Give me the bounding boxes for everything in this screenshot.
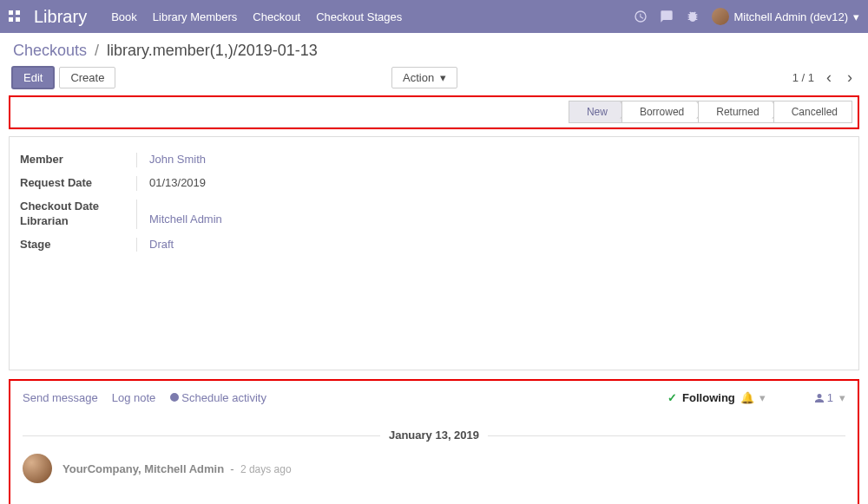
date-separator: January 13, 2019 (23, 429, 845, 442)
pager-label: 1 / 1 (792, 71, 814, 84)
create-button[interactable]: Create (59, 67, 115, 88)
apps-icon[interactable] (9, 10, 21, 23)
toolbar: Edit Create Action ▾ 1 / 1 ‹ › (9, 65, 859, 95)
user-avatar[interactable] (712, 8, 729, 25)
pager: 1 / 1 ‹ › (792, 69, 856, 87)
chatter: Send message Log note Schedule activity … (9, 379, 859, 504)
chat-icon[interactable] (660, 10, 674, 23)
message-author: YourCompany, Mitchell Admin (62, 462, 224, 475)
stage-cancelled[interactable]: Cancelled (773, 101, 852, 123)
schedule-activity[interactable]: Schedule activity (169, 391, 266, 404)
stage-returned[interactable]: Returned (698, 101, 773, 123)
label-codate: Checkout DateLibrarian (20, 200, 137, 229)
value-librarian[interactable]: Mitchell Admin (149, 213, 222, 226)
value-reqdate: 01/13/2019 (149, 176, 206, 189)
menu-stages[interactable]: Checkout Stages (316, 10, 402, 23)
action-dropdown[interactable]: Action ▾ (391, 67, 457, 88)
edit-button[interactable]: Edit (12, 67, 54, 88)
following-indicator[interactable]: ✓ Following 🔔 ▾ (667, 391, 766, 404)
label-stage: Stage (20, 238, 137, 252)
menu-book[interactable]: Book (111, 10, 137, 23)
form-body: Member John Smith Request Date 01/13/201… (9, 136, 859, 370)
send-message[interactable]: Send message (23, 391, 98, 404)
stage-new[interactable]: New (569, 101, 622, 123)
pager-next-icon[interactable]: › (844, 69, 856, 87)
clock-icon[interactable] (634, 10, 648, 23)
stage-borrowed[interactable]: Borrowed (621, 101, 699, 123)
message: YourCompany, Mitchell Admin - 2 days ago (23, 454, 845, 483)
followers[interactable]: 1 ▾ (814, 391, 845, 404)
following-caret-icon[interactable]: ▾ (760, 391, 766, 404)
breadcrumb: Checkouts / library.member(1,)/2019-01-1… (9, 33, 859, 65)
value-member[interactable]: John Smith (149, 153, 206, 166)
breadcrumb-current: library.member(1,)/2019-01-13 (107, 42, 318, 59)
label-member: Member (20, 153, 137, 167)
breadcrumb-root[interactable]: Checkouts (13, 42, 87, 59)
bug-icon[interactable] (686, 10, 700, 23)
log-note[interactable]: Log note (112, 391, 156, 404)
check-icon: ✓ (667, 391, 677, 404)
message-avatar (23, 454, 52, 483)
pager-prev-icon[interactable]: ‹ (823, 69, 835, 87)
label-reqdate: Request Date (20, 176, 137, 191)
user-name[interactable]: Mitchell Admin (dev12) (734, 10, 849, 23)
topbar: Library Book Library Members Checkout Ch… (0, 0, 868, 33)
message-time: 2 days ago (240, 463, 292, 475)
brand[interactable]: Library (34, 7, 87, 27)
menu-members[interactable]: Library Members (153, 10, 238, 23)
statusbar-sheet: New Borrowed Returned Cancelled (9, 95, 859, 129)
person-icon (814, 393, 825, 403)
menu-checkout[interactable]: Checkout (253, 10, 300, 23)
statusbar: New Borrowed Returned Cancelled (10, 97, 858, 128)
followers-caret-icon[interactable]: ▾ (839, 391, 845, 404)
user-caret-icon[interactable]: ▾ (853, 10, 859, 23)
bell-icon[interactable]: 🔔 (740, 391, 754, 404)
value-stage[interactable]: Draft (149, 238, 174, 251)
